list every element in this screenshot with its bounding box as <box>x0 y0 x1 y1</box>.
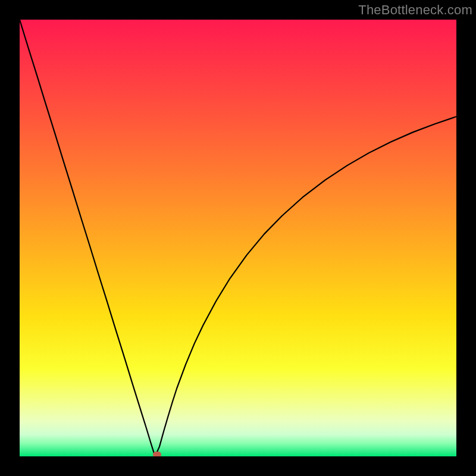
watermark-text: TheBottleneck.com <box>358 2 472 18</box>
chart-frame: TheBottleneck.com <box>0 0 476 476</box>
minimum-marker <box>153 452 161 456</box>
bottleneck-curve <box>20 20 456 456</box>
plot-area <box>20 20 456 456</box>
